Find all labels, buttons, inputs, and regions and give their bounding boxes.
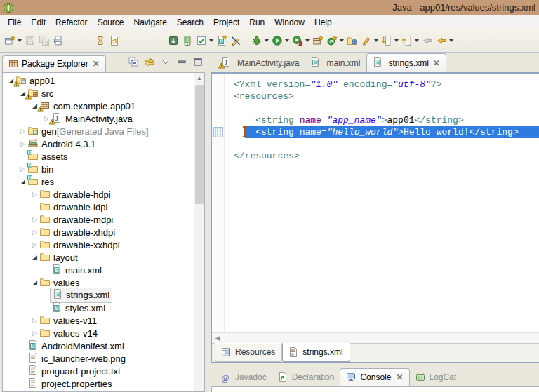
tree-item-assets[interactable]: aassets bbox=[3, 150, 194, 163]
dropdown-arrow-icon[interactable] bbox=[340, 39, 344, 42]
expander-icon[interactable]: ◢ bbox=[30, 254, 39, 261]
explorer-vertical-scrollbar[interactable]: ▲ bbox=[194, 73, 204, 391]
new-android-xml-file-button[interactable]: a bbox=[215, 32, 229, 49]
dropdown-arrow-icon[interactable] bbox=[449, 39, 453, 42]
view-menu-button[interactable] bbox=[160, 56, 171, 69]
tree-item-bin[interactable]: ▷abin bbox=[3, 163, 194, 175]
run-button[interactable] bbox=[270, 32, 291, 49]
code-line-5[interactable]: <string name="hello_world">Hello world!<… bbox=[234, 126, 539, 138]
menu-navigate[interactable]: Navigate bbox=[128, 16, 171, 29]
save-all-button[interactable] bbox=[37, 32, 51, 49]
android-sdk-manager-button[interactable] bbox=[166, 32, 180, 49]
editor-tab-mainactivity-java[interactable]: JMainActivity.java bbox=[215, 54, 305, 72]
tree-item-androidmanifest-xml[interactable]: aAndroidManifest.xml bbox=[3, 339, 194, 352]
previous-annotation-button[interactable] bbox=[400, 32, 420, 49]
editor-horizontal-scrollbar[interactable]: ◀ bbox=[212, 332, 539, 343]
expander-icon[interactable]: ▷ bbox=[30, 216, 39, 223]
view-tab-logcat[interactable]: LogCat bbox=[410, 369, 463, 386]
tree-item-values-v11[interactable]: ▷values-v11 bbox=[3, 314, 194, 327]
close-icon[interactable]: ✕ bbox=[432, 58, 440, 68]
menu-run[interactable]: Run bbox=[244, 16, 270, 29]
last-edit-location-button[interactable] bbox=[420, 32, 434, 49]
dropdown-arrow-icon[interactable] bbox=[305, 39, 310, 42]
dropdown-arrow-icon[interactable] bbox=[415, 39, 419, 42]
scroll-left-icon[interactable]: ◀ bbox=[212, 334, 223, 342]
dropdown-arrow-icon[interactable] bbox=[394, 39, 399, 42]
tree-item-main-xml[interactable]: amain.xml bbox=[3, 264, 194, 276]
tree-item-res[interactable]: ◢ares bbox=[3, 175, 194, 188]
expander-icon[interactable]: ◢ bbox=[30, 279, 39, 286]
back-button[interactable] bbox=[434, 32, 455, 49]
tree-item-values-v14[interactable]: ▷values-v14 bbox=[3, 327, 194, 339]
refresh-button[interactable] bbox=[107, 32, 121, 49]
build-task-button[interactable] bbox=[93, 32, 107, 49]
android-lint-button[interactable] bbox=[229, 32, 243, 49]
android-virtual-device-manager-button[interactable] bbox=[180, 32, 194, 49]
code-line-3[interactable] bbox=[234, 102, 539, 114]
tree-item-gen[interactable]: ▷Jgen [Generated Java Files] bbox=[3, 125, 194, 137]
expander-icon[interactable]: ▷ bbox=[18, 140, 27, 147]
run-configurations-button[interactable] bbox=[194, 32, 215, 49]
page-tab-resources[interactable]: Resources bbox=[215, 343, 282, 362]
minimize-button[interactable] bbox=[176, 56, 187, 69]
tree-item-strings-xml[interactable]: astrings.xml bbox=[3, 289, 194, 302]
external-tools-button[interactable] bbox=[291, 32, 311, 49]
code-editor[interactable]: <?xml version="1.0" encoding="utf-8"?><r… bbox=[225, 74, 539, 332]
collapse-all-button[interactable] bbox=[128, 56, 139, 69]
tree-item-styles-xml[interactable]: astyles.xml bbox=[3, 302, 194, 314]
dropdown-arrow-icon[interactable] bbox=[265, 39, 269, 42]
tree-item-android-4-3-1[interactable]: ▷Android 4.3.1 bbox=[3, 137, 194, 150]
tree-item-drawable-hdpi[interactable]: ▷drawable-hdpi bbox=[3, 188, 194, 201]
expander-icon[interactable]: ▷ bbox=[18, 165, 27, 173]
expander-icon[interactable]: ▷ bbox=[18, 128, 27, 135]
close-icon[interactable]: ✕ bbox=[394, 372, 403, 382]
new-java-project-button[interactable] bbox=[311, 32, 325, 49]
tree-item-drawable-xhdpi[interactable]: ▷drawable-xhdpi bbox=[3, 226, 194, 238]
tree-item-com-example-app01[interactable]: ◢com.example.app01 bbox=[3, 100, 194, 112]
link-with-editor-button[interactable] bbox=[144, 56, 155, 69]
code-line-4[interactable]: <string name="app_name">app01</string> bbox=[234, 114, 539, 126]
code-line-2[interactable]: <resources> bbox=[234, 90, 539, 102]
dropdown-arrow-icon[interactable] bbox=[374, 39, 378, 42]
dropdown-arrow-icon[interactable] bbox=[209, 39, 213, 42]
scrollbar-thumb[interactable] bbox=[195, 85, 204, 204]
expander-icon[interactable]: ▷ bbox=[30, 330, 39, 337]
print-button[interactable] bbox=[51, 32, 65, 49]
expander-icon[interactable]: ▷ bbox=[30, 317, 39, 324]
tree-item-project-properties[interactable]: project.properties bbox=[3, 377, 194, 390]
scroll-up-icon[interactable]: ▲ bbox=[194, 73, 204, 83]
new-button[interactable] bbox=[3, 32, 23, 49]
tree-item-drawable-ldpi[interactable]: drawable-ldpi bbox=[3, 201, 194, 213]
menu-help[interactable]: Help bbox=[310, 16, 337, 29]
dropdown-arrow-icon[interactable] bbox=[18, 39, 22, 42]
tree-item-layout[interactable]: ◢layout bbox=[3, 251, 194, 264]
menu-window[interactable]: Window bbox=[270, 16, 310, 29]
tree-item-src[interactable]: ◢src bbox=[3, 87, 194, 100]
tree-item-mainactivity-java[interactable]: ▷JMainActivity.java bbox=[3, 112, 194, 125]
save-button[interactable] bbox=[23, 32, 37, 49]
tree-item-ic-launcher-web-png[interactable]: ic_launcher-web.png bbox=[3, 352, 194, 365]
tree-item-proguard-project-txt[interactable]: proguard-project.txt bbox=[3, 365, 194, 377]
menu-edit[interactable]: Edit bbox=[26, 16, 51, 29]
debug-button[interactable] bbox=[250, 32, 270, 49]
menu-project[interactable]: Project bbox=[208, 16, 244, 29]
page-tab-strings-xml[interactable]: strings.xml bbox=[282, 343, 350, 362]
menu-search[interactable]: Search bbox=[172, 16, 208, 29]
close-icon[interactable]: ✕ bbox=[91, 59, 100, 69]
view-tab-declaration[interactable]: Declaration bbox=[272, 369, 340, 386]
menu-refactor[interactable]: Refactor bbox=[51, 16, 92, 29]
scrollbar-track[interactable] bbox=[223, 333, 539, 343]
tree-item-app01[interactable]: ◢app01 bbox=[3, 74, 194, 87]
code-line-6[interactable] bbox=[234, 138, 539, 150]
view-tab-javadoc[interactable]: @Javadoc bbox=[215, 369, 272, 386]
tree-item-drawable-xxhdpi[interactable]: ▷drawable-xxhdpi bbox=[3, 238, 194, 251]
editor-tab-strings-xml[interactable]: astrings.xml✕ bbox=[366, 53, 446, 72]
maximize-button[interactable] bbox=[192, 56, 204, 69]
package-explorer-tab[interactable]: Package Explorer ✕ bbox=[2, 55, 106, 72]
next-annotation-button[interactable] bbox=[380, 32, 400, 49]
menu-file[interactable]: File bbox=[3, 16, 26, 29]
expander-icon[interactable]: ▷ bbox=[30, 229, 39, 236]
open-resource-button[interactable] bbox=[345, 32, 359, 49]
code-line-1[interactable]: <?xml version="1.0" encoding="utf-8"?> bbox=[234, 79, 539, 90]
dropdown-arrow-icon[interactable] bbox=[285, 39, 289, 42]
